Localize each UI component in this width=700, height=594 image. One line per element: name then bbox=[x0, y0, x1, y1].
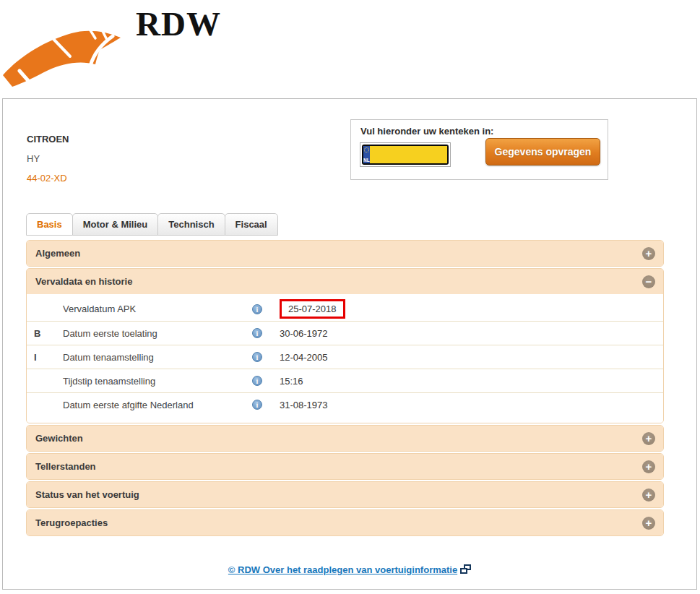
row-value: 15:16 bbox=[280, 376, 303, 387]
section-title: Terugroepacties bbox=[35, 517, 108, 528]
detail-row-vervaldatum-apk: Vervaldatum APK i 25-07-2018 bbox=[27, 297, 663, 321]
section-header-status[interactable]: Status van het voertuig + bbox=[27, 482, 663, 507]
section-body-vervaldata: Vervaldatum APK i 25-07-2018 B Datum eer… bbox=[27, 294, 663, 423]
gegevens-opvragen-button[interactable]: Gegevens opvragen bbox=[485, 138, 600, 165]
row-value-highlighted: 25-07-2018 bbox=[280, 299, 345, 319]
page: RDW CITROEN HY 44-02-XD Vul hieronder uw… bbox=[0, 0, 700, 594]
section-title: Gewichten bbox=[35, 433, 83, 444]
plus-icon[interactable]: + bbox=[642, 517, 655, 530]
license-plate-frame: NL bbox=[360, 142, 451, 167]
plate-country-code: NL bbox=[363, 158, 370, 163]
info-icon[interactable]: i bbox=[252, 400, 262, 410]
row-label: Datum eerste toelating bbox=[63, 328, 252, 339]
section-title: Tellerstanden bbox=[35, 461, 96, 472]
section-header-algemeen[interactable]: Algemeen + bbox=[27, 241, 663, 266]
section-algemeen: Algemeen + bbox=[26, 240, 664, 267]
rdw-info-link[interactable]: © RDW Over het raadplegen van voertuigin… bbox=[228, 564, 471, 575]
row-value: 30-06-1972 bbox=[280, 328, 328, 339]
tab-technisch[interactable]: Technisch bbox=[157, 213, 225, 236]
plus-icon[interactable]: + bbox=[642, 460, 655, 473]
accordion: Algemeen + Vervaldata en historie − Verv… bbox=[26, 240, 664, 538]
row-value: 12-04-2005 bbox=[280, 352, 328, 363]
row-label: Tijdstip tenaamstelling bbox=[63, 376, 252, 387]
vehicle-make: CITROEN bbox=[27, 129, 69, 149]
vehicle-summary: CITROEN HY 44-02-XD bbox=[27, 129, 69, 188]
row-prefix: B bbox=[34, 328, 63, 339]
tab-fiscaal[interactable]: Fiscaal bbox=[225, 213, 278, 236]
row-label: Vervaldatum APK bbox=[63, 304, 252, 314]
section-status-van-het-voertuig: Status van het voertuig + bbox=[26, 481, 664, 508]
minus-icon[interactable]: − bbox=[642, 275, 655, 288]
section-tellerstanden: Tellerstanden + bbox=[26, 453, 664, 480]
tab-motor-milieu[interactable]: Motor & Milieu bbox=[72, 213, 159, 236]
detail-row-datum-eerste-toelating: B Datum eerste toelating i 30-06-1972 bbox=[27, 321, 663, 345]
detail-row-datum-eerste-afgifte: Datum eerste afgifte Nederland i 31-08-1… bbox=[27, 392, 663, 416]
vehicle-model: HY bbox=[27, 149, 69, 168]
plus-icon[interactable]: + bbox=[642, 247, 655, 260]
row-label: Datum tenaamstelling bbox=[63, 352, 252, 363]
license-plate: NL bbox=[362, 145, 449, 165]
section-terugroepacties: Terugroepacties + bbox=[26, 509, 664, 536]
detail-row-tijdstip-tenaamstelling: Tijdstip tenaamstelling i 15:16 bbox=[27, 369, 663, 392]
footer-link-label: © RDW Over het raadplegen van voertuigin… bbox=[228, 564, 457, 575]
section-header-vervaldata[interactable]: Vervaldata en historie − bbox=[27, 269, 663, 294]
section-header-gewichten[interactable]: Gewichten + bbox=[27, 426, 663, 451]
external-link-icon bbox=[460, 564, 471, 574]
section-header-tellerstanden[interactable]: Tellerstanden + bbox=[27, 454, 663, 479]
tab-bar: Basis Motor & Milieu Technisch Fiscaal bbox=[26, 213, 277, 236]
row-value: 31-08-1973 bbox=[280, 400, 328, 410]
plus-icon[interactable]: + bbox=[642, 432, 655, 445]
plus-icon[interactable]: + bbox=[642, 488, 655, 502]
section-title: Status van het voertuig bbox=[35, 489, 139, 500]
rdw-logo-icon bbox=[3, 7, 127, 94]
footer: © RDW Over het raadplegen van voertuigin… bbox=[3, 564, 696, 575]
info-icon[interactable]: i bbox=[252, 352, 262, 362]
content-panel: CITROEN HY 44-02-XD Vul hieronder uw ken… bbox=[2, 98, 697, 590]
section-header-terugroepacties[interactable]: Terugroepacties + bbox=[27, 510, 663, 535]
vehicle-license-plate: 44-02-XD bbox=[27, 168, 69, 188]
info-icon[interactable]: i bbox=[252, 328, 262, 338]
tab-basis[interactable]: Basis bbox=[26, 213, 73, 236]
info-icon[interactable]: i bbox=[252, 376, 262, 386]
eu-stars-icon bbox=[364, 147, 369, 152]
info-icon[interactable]: i bbox=[252, 304, 262, 314]
section-title: Vervaldata en historie bbox=[35, 276, 132, 287]
section-gewichten: Gewichten + bbox=[26, 425, 664, 452]
kenteken-form: Vul hieronder uw kenteken in: NL Gegeven… bbox=[350, 119, 608, 180]
rdw-wordmark: RDW bbox=[136, 4, 221, 43]
section-title: Algemeen bbox=[35, 248, 80, 259]
kenteken-input[interactable] bbox=[370, 146, 449, 163]
row-label: Datum eerste afgifte Nederland bbox=[63, 400, 252, 410]
row-prefix: I bbox=[34, 352, 63, 363]
kenteken-form-label: Vul hieronder uw kenteken in: bbox=[360, 126, 493, 137]
section-vervaldata-en-historie: Vervaldata en historie − Vervaldatum APK… bbox=[26, 268, 664, 423]
detail-row-datum-tenaamstelling: I Datum tenaamstelling i 12-04-2005 bbox=[27, 345, 663, 369]
plate-eu-band: NL bbox=[363, 146, 370, 163]
